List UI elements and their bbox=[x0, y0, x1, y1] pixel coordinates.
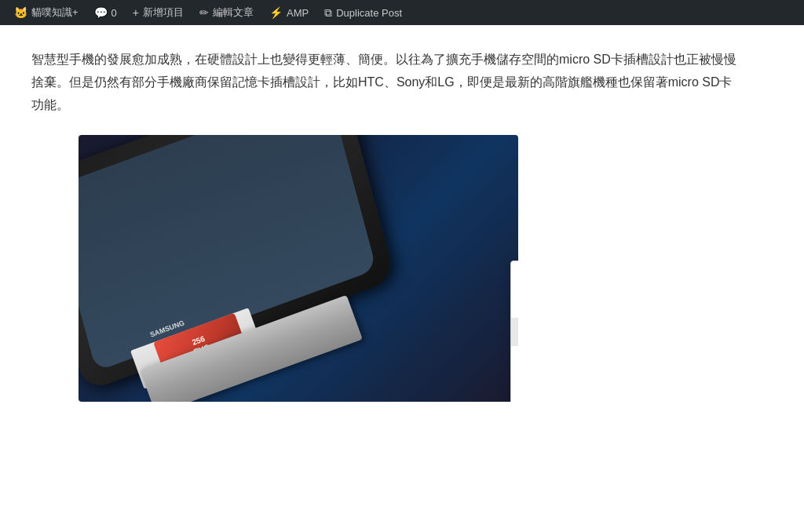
brand-label: 貓噗知識+ bbox=[31, 5, 79, 20]
article-image[interactable]: 256EVO SAMSUNG bbox=[79, 135, 518, 402]
ctx-save-image[interactable]: 另存圖片... bbox=[511, 290, 518, 318]
amp-label: AMP bbox=[287, 7, 309, 19]
edit-icon: ✏ bbox=[199, 6, 209, 19]
toolbar-brand[interactable]: 🐱 貓噗知識+ bbox=[6, 0, 86, 25]
edit-article-label: 編輯文章 bbox=[213, 5, 254, 20]
ctx-copy-image-url[interactable]: 複製圖片位址 bbox=[511, 346, 518, 374]
add-item-label: 新增項目 bbox=[143, 5, 184, 20]
comment-icon: 💬 bbox=[94, 6, 108, 19]
toolbar-edit-article[interactable]: ✏ 編輯文章 bbox=[192, 0, 261, 25]
comment-count: 0 bbox=[111, 7, 117, 19]
toolbar: 🐱 貓噗知識+ 💬 0 + 新增項目 ✏ 編輯文章 ⚡ AMP ⧉ Duplic… bbox=[0, 0, 804, 25]
context-menu: 在新分頁中開啟圖片 另存圖片... 複製圖片 複製圖片位址 為這張圖片建立 QR… bbox=[510, 261, 518, 402]
toolbar-comments[interactable]: 💬 0 bbox=[86, 0, 125, 25]
image-area: 256EVO SAMSUNG 在新分頁中開啟圖片 另存圖片... 複製圖片 複製… bbox=[79, 135, 518, 402]
ctx-copy-image[interactable]: 複製圖片 bbox=[511, 318, 518, 346]
content-area: 智慧型手機的發展愈加成熟，在硬體設計上也變得更輕薄、簡便。以往為了擴充手機儲存空… bbox=[0, 25, 804, 425]
toolbar-amp[interactable]: ⚡ AMP bbox=[261, 0, 316, 25]
ctx-open-image-tab[interactable]: 在新分頁中開啟圖片 bbox=[511, 261, 518, 290]
brand-icon: 🐱 bbox=[14, 6, 27, 19]
add-icon: + bbox=[133, 6, 139, 19]
duplicate-icon: ⧉ bbox=[324, 6, 332, 20]
amp-icon: ⚡ bbox=[269, 6, 283, 19]
article-text: 智慧型手機的發展愈加成熟，在硬體設計上也變得更輕薄、簡便。以往為了擴充手機儲存空… bbox=[31, 49, 738, 116]
ctx-create-qr[interactable]: 為這張圖片建立 QR 圖碼 bbox=[511, 374, 518, 402]
toolbar-add-item[interactable]: + 新增項目 bbox=[125, 0, 192, 25]
toolbar-duplicate-post[interactable]: ⧉ Duplicate Post bbox=[316, 0, 410, 25]
duplicate-post-label: Duplicate Post bbox=[336, 7, 402, 19]
